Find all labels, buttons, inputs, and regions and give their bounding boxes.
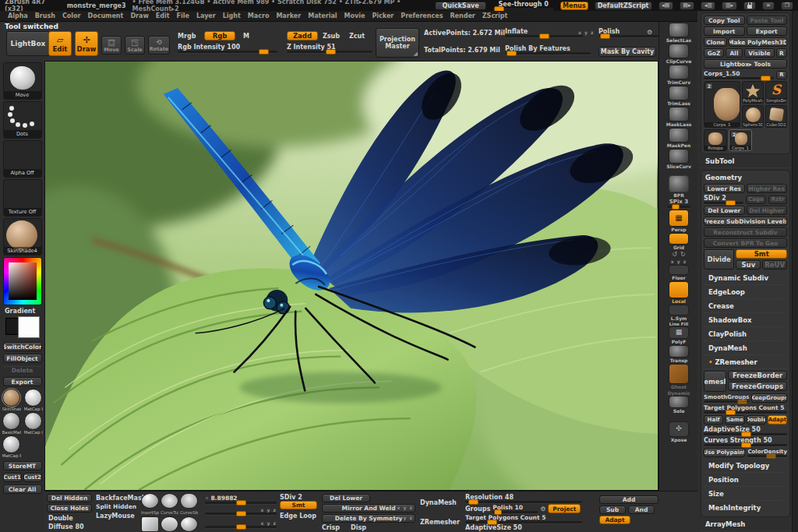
bpr-button[interactable]: BPR (665, 175, 693, 198)
resolution-slider[interactable]: Resolution 48 (465, 494, 596, 503)
clipcurve-button[interactable]: ClipCurve (665, 44, 693, 64)
polish-gear-icon[interactable]: ⚙ (647, 29, 652, 36)
gradient-label[interactable]: Gradient (0, 308, 35, 315)
color-picker[interactable] (3, 257, 42, 305)
dynamesh-add-button[interactable]: Add (599, 495, 659, 504)
polish-by-features-slider[interactable]: Polish By Features (505, 45, 591, 55)
material-tile[interactable]: SkinShade4 (3, 218, 42, 255)
make-polymesh3d-button[interactable]: Make PolyMesh3D (729, 37, 787, 47)
default-zscript-button[interactable]: DefaultZScript (595, 2, 652, 10)
matcap-skinshade[interactable]: SkinShad4 (2, 389, 21, 411)
draw-size-slider[interactable]: ◦ 8.89882 (205, 495, 277, 504)
transp-button[interactable]: Transp (665, 345, 693, 363)
zremesher-button[interactable]: ZRemesher (704, 371, 726, 392)
menu-material[interactable]: Material (308, 12, 337, 19)
groups-toggle[interactable]: Groups (465, 506, 490, 513)
storemt-button[interactable]: StoreMT (3, 461, 42, 470)
stroke-tile[interactable]: Dots (3, 101, 42, 139)
local-button[interactable]: Local (665, 281, 693, 304)
zremesher-group-label[interactable]: ZRemesher (420, 519, 459, 526)
menu-render[interactable]: Render (450, 12, 475, 19)
simplebrush-thumb[interactable]: S SimpleBru (765, 81, 787, 104)
current-brush-tile[interactable]: Move (3, 62, 42, 100)
diffuse-slider[interactable]: Diffuse 80 (47, 523, 92, 531)
section-shadowbox[interactable]: ShadowBox (704, 313, 787, 327)
menu-document[interactable]: Document (88, 12, 124, 19)
close-holes-button[interactable]: Close Holes (47, 504, 92, 513)
adapt-bottom-button[interactable]: Adapt (599, 516, 630, 524)
cube-brush[interactable] (141, 516, 159, 532)
reconstruct-subdiv-button[interactable]: Reconstruct Subdiv (704, 227, 787, 237)
sphere-brush[interactable] (180, 516, 198, 532)
section-size[interactable]: Size (704, 487, 787, 501)
switchcolor-button[interactable]: SwitchColor (3, 342, 42, 351)
mirror-and-weld-button[interactable]: Mirror And Weld x y z (322, 504, 415, 513)
zcut-button[interactable]: Zcut (349, 33, 365, 40)
menu-draw[interactable]: Draw (130, 12, 148, 19)
menu-macro[interactable]: Macro (248, 12, 270, 19)
lsym-button[interactable]: L.Sym (665, 305, 693, 321)
menu-light[interactable]: Light (223, 12, 241, 19)
rotate-left-icon[interactable]: ↺ (672, 251, 677, 258)
target-polygons-slider[interactable]: Target Polygons Count 5 (704, 404, 787, 414)
section-position[interactable]: Position (704, 473, 787, 487)
menu-marker[interactable]: Marker (276, 12, 301, 19)
curvestr-brush[interactable] (180, 493, 198, 509)
menu-layer[interactable]: Layer (196, 12, 216, 19)
matcap-gray[interactable]: MatCap G (24, 412, 43, 435)
disp-toggle[interactable]: Disp (351, 524, 366, 531)
section-dynamesh[interactable]: DynaMesh (704, 341, 787, 355)
adaptive-size-slider[interactable]: AdaptiveSize 50 (704, 426, 787, 435)
persp-button[interactable]: ▦ Persp (665, 210, 693, 232)
target-polygons-bottom-slider[interactable]: Target Polygons Count 5 (465, 514, 596, 523)
del-higher-button[interactable]: Del Higher (747, 206, 788, 215)
freezeborder-button[interactable]: FreezeBorder (728, 371, 787, 380)
del-lower-button[interactable]: Del Lower (704, 206, 745, 215)
goz-visible-button[interactable]: Visible (744, 48, 775, 58)
clear-all-button[interactable]: Clear All (3, 484, 42, 494)
polish-bottom-slider[interactable]: Polish 10 (493, 504, 538, 513)
goz-r-button[interactable]: R (776, 48, 787, 58)
trimlass-button[interactable]: TrimLass (665, 86, 693, 106)
dynamesh-sub-button[interactable]: Sub (599, 506, 626, 514)
dynamesh-and-button[interactable]: And (628, 506, 655, 514)
matcap-white[interactable]: MatCap W (24, 389, 43, 411)
xpose-button[interactable]: ✣ Xpose (665, 421, 693, 442)
zsub-button[interactable]: Zsub (323, 33, 340, 40)
section-arraymesh[interactable]: ArrayMesh (701, 517, 790, 531)
canvas-viewport[interactable] (44, 61, 659, 491)
menu-zscript[interactable]: ZScript (482, 12, 508, 19)
geometry-header[interactable]: Geometry (704, 173, 787, 184)
mrgb-button[interactable]: Mrgb (178, 33, 196, 40)
import-button[interactable]: Import (704, 26, 745, 36)
alpha-tile[interactable]: Alpha Off (3, 140, 42, 178)
lightbox-button[interactable]: LightBox (6, 31, 50, 56)
freeze-subdivision-button[interactable]: Freeze SubDivision Levels (704, 217, 787, 226)
menu-file[interactable]: File (177, 12, 189, 19)
lock-button[interactable] (743, 2, 756, 10)
section-claypolish[interactable]: ClayPolish (704, 327, 787, 341)
strip-xyz-marks[interactable]: x y z (665, 259, 693, 264)
ghost-button[interactable]: Ghost (665, 364, 693, 389)
adaptive-size-bottom-slider[interactable]: AdaptiveSize 50 (465, 524, 596, 531)
page-back-button[interactable]: ◂▤ (659, 2, 673, 10)
menu-color[interactable]: Color (62, 12, 81, 19)
keepgroups-button[interactable]: KeepGroups (751, 393, 787, 403)
projection-master-button[interactable]: Projection Master ◢ (376, 28, 419, 58)
masklass-button[interactable]: MaskLass (665, 107, 693, 127)
menu-movie[interactable]: Movie (344, 12, 365, 19)
convert-bpr-button[interactable]: Convert BPR To Geo (704, 238, 787, 248)
menu-alpha[interactable]: Alpha (8, 12, 28, 19)
floor-button[interactable]: Floor (665, 265, 693, 280)
double-button[interactable]: Double (747, 415, 766, 425)
texture-tile[interactable]: Texture Off (3, 179, 42, 217)
edit-button[interactable]: ▱ Edit (48, 31, 72, 56)
section-crease[interactable]: Crease (704, 299, 787, 313)
move-button[interactable]: ⿴Move (101, 36, 122, 55)
xyz-slider-2[interactable]: x y z (205, 520, 277, 528)
export-button[interactable]: Export (3, 377, 42, 386)
freezegroups-button[interactable]: FreezeGroups (728, 382, 787, 391)
rotate-right-icon[interactable]: ↻ (680, 251, 686, 258)
section-zremesher[interactable]: • ZRemesher (704, 355, 787, 369)
matcap-basic[interactable]: BasicMat (2, 412, 21, 435)
